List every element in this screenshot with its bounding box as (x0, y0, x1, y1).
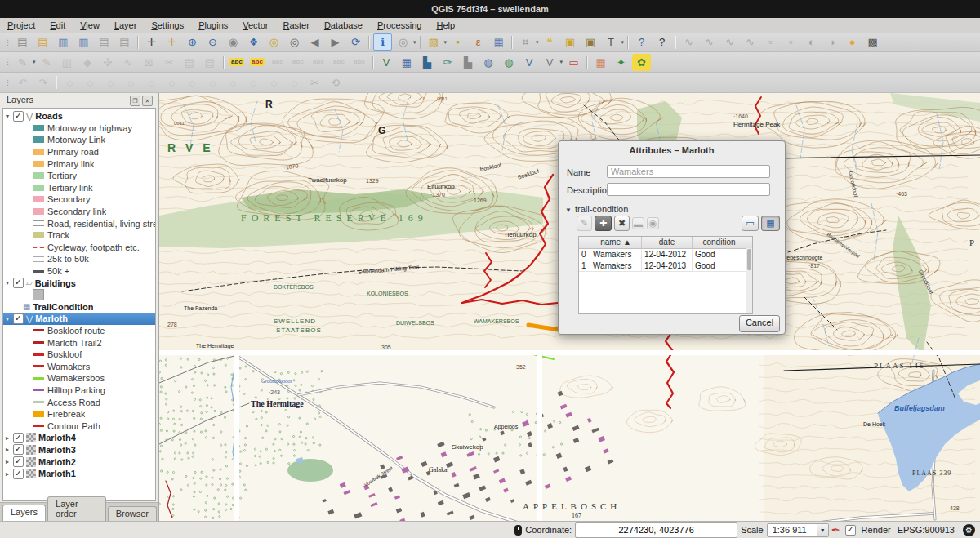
fill-ring-button[interactable]: ◌ (122, 74, 140, 91)
label-diagram-button[interactable]: abc (350, 54, 369, 71)
layer-item-firebreak[interactable]: Firebreak (3, 408, 155, 420)
add-postgis-layer-button[interactable]: ▙ (418, 54, 437, 71)
layer-item-access-road[interactable]: Access Road (3, 396, 155, 408)
col-name[interactable]: name ▲ (590, 237, 642, 248)
layer-item-wamakers[interactable]: Wamakers (3, 360, 155, 372)
python-plugins-button[interactable]: ▦ (591, 54, 610, 71)
layer-item-marloth3[interactable]: ▸✓Marloth3 (3, 444, 155, 456)
tab-browser[interactable]: Browser (108, 506, 157, 521)
undo-button[interactable]: ↶ (13, 74, 32, 91)
layer-item-motorway-link[interactable]: Motorway Link (3, 134, 155, 146)
layer-item-marloth[interactable]: ▾✓⋁Marloth (3, 313, 155, 325)
menu-vector[interactable]: Vector (235, 18, 275, 33)
toolbar-handle[interactable]: ⋮ (4, 38, 10, 47)
pan-map-button[interactable]: ✛ (142, 33, 161, 51)
merge-features-button[interactable]: ◌ (265, 74, 283, 91)
add-wcs-layer-button[interactable]: ◍ (500, 54, 519, 71)
layer-item-tertiary[interactable]: Tertiary (3, 170, 155, 182)
layer-item-cycleway-footpath-etc[interactable]: Cycleway, footpath etc. (3, 242, 155, 254)
expander-icon[interactable]: ▸ (3, 470, 11, 478)
delete-child-icon[interactable]: ✖ (614, 216, 630, 231)
add-wms-layer-button[interactable]: ◍ (479, 54, 498, 71)
layer-item-boskloof-route[interactable]: Boskloof route (3, 325, 155, 337)
menu-layer[interactable]: Layer (107, 18, 145, 33)
menu-help[interactable]: Help (429, 18, 462, 33)
add-feature-button[interactable]: ◆ (78, 54, 97, 71)
add-spatialite-layer-button[interactable]: ✑ (439, 54, 457, 71)
osm-tool-button[interactable]: ● (843, 33, 862, 51)
table-view-icon[interactable]: ▦ (761, 216, 780, 231)
plugin-tool-3-button[interactable]: ∿ (720, 33, 739, 51)
zoom-last-button[interactable]: ◀ (305, 33, 324, 51)
delete-part-button[interactable]: ◌ (163, 74, 181, 91)
add-part-button[interactable]: ◌ (101, 74, 120, 91)
layer-item-motorway-or-highway[interactable]: Motorway or highway (3, 122, 155, 135)
redo-button[interactable]: ↷ (33, 74, 52, 91)
save-layer-edits-button[interactable]: ▥ (58, 54, 77, 71)
offset-curve-button[interactable]: ◌ (203, 74, 222, 91)
copy-features-button[interactable]: ▤ (180, 54, 199, 71)
map-tips-button[interactable]: ❝ (541, 33, 559, 51)
zoom-to-layer-button[interactable]: ◎ (285, 33, 304, 51)
label-move-button[interactable]: abc (269, 54, 287, 71)
col-condition[interactable]: condition (693, 237, 746, 248)
add-child-icon[interactable]: ✚ (595, 216, 612, 231)
layer-item-marloth-trail2[interactable]: Marloth Trail2 (3, 336, 155, 349)
zoom-native-button[interactable]: ◉ (224, 33, 243, 51)
text-annotation-dropdown-icon[interactable]: ▾ (621, 39, 625, 46)
menu-database[interactable]: Database (317, 18, 370, 33)
plugin-tool-6-button[interactable]: ▫ (782, 33, 800, 51)
select-by-expression-button[interactable]: ε (469, 33, 488, 51)
layer-item-wamakersbos[interactable]: Wamakersbos (3, 372, 155, 385)
zoom-in-button[interactable]: ⊕ (183, 33, 202, 51)
name-field[interactable] (607, 165, 770, 178)
layer-item-roads[interactable]: ▾✓⋁Roads (3, 110, 155, 122)
layer-item-track[interactable]: Track (3, 229, 155, 242)
plugin-tool-8-button[interactable]: ◑ (822, 33, 841, 51)
layer-item-marloth1[interactable]: ▸✓Marloth1 (3, 468, 155, 480)
new-shapefile-layer-button[interactable]: ▭ (564, 54, 583, 71)
panel-float-icon[interactable]: ❐ (130, 96, 140, 106)
split-parts-button[interactable]: ◌ (244, 74, 263, 91)
expander-icon[interactable]: ▸ (3, 434, 11, 442)
measure-button[interactable]: ⌗ (516, 33, 535, 51)
table-row[interactable]: 0Wamakers12-04-2012Good (579, 249, 752, 260)
processing-toolbox-button[interactable]: ✦ (612, 54, 630, 71)
delete-ring-button[interactable]: ◌ (142, 74, 161, 91)
new-project-button[interactable]: ▤ (13, 33, 32, 51)
tab-layer-order[interactable]: Layer order (47, 496, 106, 521)
cut-features-button[interactable]: ✂ (160, 54, 179, 71)
new-bookmark-button[interactable]: ▣ (561, 33, 580, 51)
layer-item-marloth2[interactable]: ▸✓Marloth2 (3, 456, 155, 468)
cancel-button[interactable]: Cancel (739, 315, 780, 332)
paste-features-button[interactable]: ▤ (201, 54, 220, 71)
layer-checkbox[interactable]: ✓ (13, 456, 24, 467)
panel-close-icon[interactable]: ✕ (142, 96, 153, 106)
add-virtual-layer-button[interactable]: V (541, 54, 559, 71)
zoom-next-button[interactable]: ▶ (326, 33, 345, 51)
show-bookmarks-button[interactable]: ▣ (581, 33, 600, 51)
layer-item-25k-to-50k[interactable]: 25k to 50k (3, 253, 155, 265)
add-mssql-layer-button[interactable]: ▙ (459, 54, 478, 71)
select-features-dropdown-icon[interactable]: ▾ (444, 39, 448, 46)
table-scrollbar[interactable] (746, 248, 752, 313)
add-wfs-layer-button[interactable]: V (520, 54, 539, 71)
composer-manager-button[interactable]: ▤ (115, 33, 134, 51)
label-pinned-button[interactable]: abc (248, 54, 267, 71)
open-attribute-table-button[interactable]: ▦ (489, 33, 508, 51)
open-project-button[interactable]: ▤ (33, 33, 52, 51)
refresh-button[interactable]: ⟳ (346, 33, 365, 51)
add-ring-button[interactable]: ◌ (81, 74, 100, 91)
menu-processing[interactable]: Processing (370, 18, 429, 33)
expander-icon[interactable]: ▾ (3, 113, 11, 120)
layer-item-hilltop-parking[interactable]: Hilltop Parking (3, 385, 155, 397)
layer-item-boskloof[interactable]: Boskloof (3, 349, 155, 361)
trail-condition-section-header[interactable]: ▼trail-condition (565, 204, 628, 214)
zoom-full-button[interactable]: ❖ (244, 33, 263, 51)
layer-item-road-residential-living-street-etc[interactable]: Road, residential, living street, etc. (3, 217, 155, 229)
layer-item-contour-path[interactable]: Contour Path (3, 420, 155, 432)
current-edits-dropdown-icon[interactable]: ▾ (33, 59, 36, 65)
render-checkbox[interactable]: ✓ (845, 525, 856, 536)
pan-to-selection-button[interactable]: ✛ (163, 33, 181, 51)
layer-item-marloth4[interactable]: ▸✓Marloth4 (3, 432, 155, 444)
